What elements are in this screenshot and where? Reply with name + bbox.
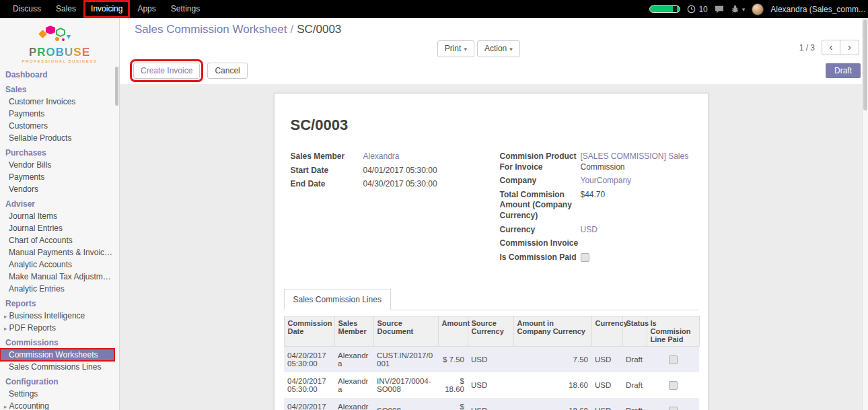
col-header-currency[interactable]: Currency bbox=[591, 316, 622, 347]
col-header-is-commission-line-paid[interactable]: Is Commision Line Paid bbox=[647, 316, 699, 347]
debug-menu[interactable]: ▾ bbox=[731, 5, 746, 13]
bug-icon bbox=[731, 5, 739, 13]
commission-product-link[interactable]: [SALES COMMISSION] Sales bbox=[581, 151, 689, 161]
activities-menu[interactable]: 10 bbox=[687, 5, 707, 14]
cell-sales-member[interactable]: Alexandra bbox=[334, 372, 373, 398]
col-header-status[interactable]: Status bbox=[622, 316, 647, 347]
print-button[interactable]: Print▾ bbox=[437, 40, 474, 57]
cell-currency[interactable]: USD bbox=[591, 372, 622, 398]
col-header-source-document[interactable]: Source Document bbox=[373, 316, 438, 347]
sidebar-item-analytic-accounts[interactable]: Analytic Accounts bbox=[0, 259, 119, 271]
field-label: Total Commision Amount (Company Currency… bbox=[500, 190, 581, 221]
cell-status[interactable]: Draft bbox=[622, 372, 647, 398]
cell-amount-company-currency[interactable]: 18.60 bbox=[513, 372, 591, 398]
green-status-pill bbox=[649, 5, 680, 13]
sidebar-heading-dashboard[interactable]: Dashboard bbox=[0, 66, 119, 81]
sidebar-item-vendors[interactable]: Vendors bbox=[0, 183, 119, 195]
sidebar-heading-reports[interactable]: Reports bbox=[0, 295, 119, 310]
cell-source-document[interactable]: SO008 bbox=[373, 398, 438, 410]
cell-amount[interactable]: $ 7.50 bbox=[438, 347, 468, 373]
messages-menu[interactable] bbox=[715, 5, 724, 13]
cell-sales-member[interactable]: Alexandra bbox=[334, 347, 373, 373]
cell-source-currency[interactable]: USD bbox=[468, 398, 513, 410]
menu-sales[interactable]: Sales bbox=[48, 0, 83, 18]
status-badge-draft[interactable]: Draft bbox=[826, 63, 861, 78]
sidebar-heading-configuration[interactable]: Configuration bbox=[0, 373, 119, 388]
sidebar-heading-sales[interactable]: Sales bbox=[0, 81, 119, 96]
pager-next-button[interactable]: › bbox=[840, 40, 859, 55]
company-link[interactable]: YourCompany bbox=[581, 176, 632, 185]
pager-previous-button[interactable]: ‹ bbox=[822, 40, 840, 55]
sidebar-item-chart-of-accounts[interactable]: Chart of Accounts bbox=[0, 234, 119, 246]
window-scrollbar[interactable] bbox=[862, 18, 868, 410]
cell-status[interactable]: Draft bbox=[622, 347, 647, 373]
cell-source-document[interactable]: INV/2017/0004-SO008 bbox=[373, 372, 438, 398]
sidebar-item-journal-entries[interactable]: Journal Entries bbox=[0, 222, 119, 234]
cell-amount-company-currency[interactable]: 7.50 bbox=[513, 347, 591, 373]
sidebar-item-commission-worksheets[interactable]: Commission Worksheets bbox=[0, 349, 114, 361]
cell-commission-date[interactable]: 04/20/2017 05:30:00 bbox=[284, 372, 334, 398]
cell-line-paid[interactable] bbox=[647, 347, 699, 373]
cell-amount[interactable]: $ 18.60 bbox=[438, 398, 468, 410]
sidebar-heading-purchases[interactable]: Purchases bbox=[0, 144, 119, 159]
sidebar-item-sellable-products[interactable]: Sellable Products bbox=[0, 132, 119, 144]
sidebar-item-business-intelligence[interactable]: ▸Business Intelligence bbox=[0, 310, 119, 322]
tab-sales-commission-lines[interactable]: Sales Commission Lines bbox=[284, 289, 391, 310]
sidebar-item-journal-items[interactable]: Journal Items bbox=[0, 210, 119, 222]
cell-line-paid[interactable] bbox=[647, 372, 699, 398]
sidebar-item-customers[interactable]: Customers bbox=[0, 120, 119, 132]
cell-sales-member[interactable]: Alexandra bbox=[334, 398, 373, 410]
menu-apps[interactable]: Apps bbox=[130, 0, 163, 18]
table-row[interactable]: 04/20/2017 05:30:00 Alexandra CUST.IN/20… bbox=[284, 347, 699, 373]
field-label: Is Commission Paid bbox=[500, 252, 581, 263]
menu-discuss[interactable]: Discuss bbox=[5, 0, 48, 18]
sales-member-link[interactable]: Alexandra bbox=[363, 151, 400, 161]
cell-currency[interactable]: USD bbox=[591, 347, 622, 373]
sidebar-item-pdf-reports[interactable]: ▸PDF Reports bbox=[0, 322, 119, 334]
cell-source-currency[interactable]: USD bbox=[468, 372, 513, 398]
col-header-commission-date[interactable]: Commission Date bbox=[284, 316, 334, 347]
sidebar-item-payments-sales[interactable]: Payments bbox=[0, 108, 119, 120]
sidebar-heading-adviser[interactable]: Adviser bbox=[0, 195, 119, 210]
user-avatar[interactable] bbox=[752, 3, 764, 15]
cell-commission-date[interactable]: 04/20/2017 10:35:53 bbox=[284, 398, 334, 410]
menu-settings[interactable]: Settings bbox=[164, 0, 207, 18]
col-header-source-currency[interactable]: Source Currency bbox=[468, 316, 513, 347]
sidebar-item-customer-invoices[interactable]: Customer Invoices bbox=[0, 96, 119, 108]
cell-commission-date[interactable]: 04/20/2017 05:30:00 bbox=[284, 347, 334, 373]
sidebar-item-analytic-entries[interactable]: Analytic Entries bbox=[0, 283, 119, 295]
cell-amount[interactable]: $ 18.60 bbox=[438, 372, 468, 398]
sidebar-item-vendor-bills[interactable]: Vendor Bills bbox=[0, 159, 119, 171]
sidebar-item-payments-purchases[interactable]: Payments bbox=[0, 171, 119, 183]
create-invoice-button[interactable]: Create Invoice bbox=[133, 63, 200, 79]
window-scrollbar-thumb[interactable] bbox=[863, 20, 867, 110]
start-date-value: 04/01/2017 05:30:00 bbox=[363, 166, 482, 176]
cell-source-currency[interactable]: USD bbox=[468, 347, 513, 373]
cell-line-paid[interactable] bbox=[647, 398, 699, 410]
action-button[interactable]: Action▾ bbox=[477, 40, 520, 57]
cell-source-document[interactable]: CUST.IN/2017/0001 bbox=[373, 347, 438, 373]
sidebar-item-accounting[interactable]: ▸Accounting bbox=[0, 400, 119, 410]
col-header-amount[interactable]: Amount bbox=[438, 316, 468, 347]
sidebar-scrollbar-thumb[interactable] bbox=[115, 67, 118, 106]
field-label: Start Date bbox=[291, 166, 363, 176]
cell-amount-company-currency[interactable]: 18.60 bbox=[513, 398, 591, 410]
cell-status[interactable]: Draft bbox=[622, 398, 647, 410]
sidebar-item-settings[interactable]: Settings bbox=[0, 388, 119, 400]
col-header-sales-member[interactable]: Sales Member bbox=[334, 316, 373, 347]
user-name[interactable]: Alexandra (Sales_comm... bbox=[770, 5, 865, 14]
sidebar-item-manual-tax-adjustment[interactable]: Make Manual Tax Adjustme... bbox=[0, 271, 119, 283]
currency-link[interactable]: USD bbox=[581, 225, 598, 234]
line-paid-checkbox bbox=[669, 355, 678, 364]
menu-invoicing[interactable]: Invoicing bbox=[83, 0, 130, 18]
sidebar-item-manual-payments[interactable]: Manual Payments & Invoice... bbox=[0, 246, 119, 259]
breadcrumb-parent-link[interactable]: Sales Commission Worksheet bbox=[135, 23, 287, 36]
table-row[interactable]: 04/20/2017 10:35:53 Alexandra SO008 $ 18… bbox=[284, 398, 699, 410]
col-header-amount-company-currency[interactable]: Amount in Company Currency bbox=[513, 316, 591, 347]
is-commission-paid-checkbox bbox=[581, 253, 589, 262]
table-row[interactable]: 04/20/2017 05:30:00 Alexandra INV/2017/0… bbox=[284, 372, 699, 398]
cell-currency[interactable]: USD bbox=[591, 398, 622, 410]
sidebar-heading-commissions[interactable]: Commissions bbox=[0, 334, 119, 349]
sidebar-item-sales-commissions-lines[interactable]: Sales Commissions Lines bbox=[0, 361, 119, 373]
cancel-button[interactable]: Cancel bbox=[207, 63, 247, 79]
